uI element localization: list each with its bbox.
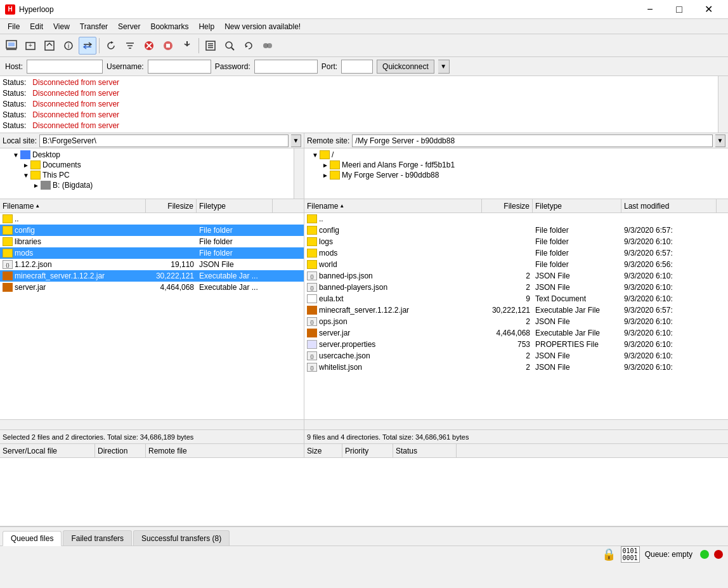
toolbar-disconnect[interactable] bbox=[178, 37, 196, 55]
menu-help[interactable]: Help bbox=[193, 19, 219, 34]
toolbar-toggle-transfer[interactable] bbox=[79, 37, 96, 55]
toolbar-btn-3[interactable] bbox=[41, 37, 58, 55]
password-input[interactable] bbox=[254, 60, 318, 74]
menu-file[interactable]: File bbox=[3, 19, 25, 34]
port-input[interactable] bbox=[341, 60, 373, 74]
remote-file-row[interactable]: server.properties753PROPERTIES File9/3/2… bbox=[304, 339, 728, 350]
menu-server[interactable]: Server bbox=[113, 19, 145, 34]
toolbar-site-manager[interactable] bbox=[3, 37, 20, 55]
local-file-row[interactable]: modsFile folder bbox=[0, 247, 304, 259]
remote-file-row[interactable]: configFile folder9/3/2020 6:57: bbox=[304, 225, 728, 236]
toolbar-filter[interactable] bbox=[121, 37, 139, 55]
toolbar-refresh[interactable] bbox=[102, 37, 120, 55]
remote-file-name: .. bbox=[304, 213, 482, 225]
tree-item-myforge[interactable]: ► My Forge Server - b90ddb88 bbox=[306, 170, 727, 180]
tree-item-bigdata[interactable]: ► B: (Bigdata) bbox=[1, 180, 302, 190]
queue-col-size[interactable]: Size bbox=[304, 444, 342, 457]
tree-item-thispc[interactable]: ▼ This PC bbox=[1, 170, 302, 180]
local-file-row[interactable]: minecraft_server.1.12.2.jar30,222,121Exe… bbox=[0, 270, 304, 282]
remote-file-row[interactable]: worldFile folder9/3/2020 6:56: bbox=[304, 259, 728, 270]
username-input[interactable] bbox=[148, 60, 211, 74]
tab-queued-files[interactable]: Queued files bbox=[3, 531, 62, 546]
remote-file-row[interactable]: .. bbox=[304, 213, 728, 225]
menu-transfer[interactable]: Transfer bbox=[75, 19, 113, 34]
host-input[interactable] bbox=[27, 60, 103, 74]
tab-successful-transfers[interactable]: Successful transfers (8) bbox=[133, 530, 230, 546]
toolbar-stop[interactable] bbox=[159, 37, 177, 55]
remote-file-row[interactable]: {}usercache.json2JSON File9/3/2020 6:10: bbox=[304, 350, 728, 362]
local-tree-scrollbar[interactable] bbox=[294, 148, 304, 199]
app-icon: H bbox=[5, 4, 15, 15]
remote-site-label: Remote site: bbox=[307, 136, 349, 145]
remote-file-type: Text Document bbox=[533, 293, 621, 304]
remote-file-row[interactable]: {}whitelist.json2JSON File9/3/2020 6:10: bbox=[304, 362, 728, 373]
remote-file-row[interactable]: logsFile folder9/3/2020 6:10: bbox=[304, 236, 728, 247]
remote-col-filetype[interactable]: Filetype bbox=[533, 199, 621, 212]
myforge-folder-icon bbox=[330, 171, 340, 180]
tree-toggle-bigdata[interactable]: ► bbox=[32, 182, 41, 189]
maximize-button[interactable]: □ bbox=[665, 0, 694, 19]
remote-file-row[interactable]: minecraft_server.1.12.2.jar30,222,121Exe… bbox=[304, 304, 728, 316]
toolbar-new-tab[interactable]: + bbox=[22, 37, 39, 55]
local-col-filesize[interactable]: Filesize bbox=[146, 199, 197, 212]
tree-item-meeri[interactable]: ► Meeri and Alans Forge - fdf5b1b1 bbox=[306, 160, 727, 170]
remote-file-row[interactable]: modsFile folder9/3/2020 6:57: bbox=[304, 247, 728, 259]
local-address-dropdown[interactable]: ▼ bbox=[291, 134, 301, 147]
local-file-row[interactable]: .. bbox=[0, 213, 304, 225]
remote-address-input[interactable] bbox=[352, 134, 713, 147]
local-hscroll[interactable] bbox=[0, 419, 304, 429]
toolbar-cancel[interactable] bbox=[140, 37, 158, 55]
tree-toggle-myforge[interactable]: ► bbox=[321, 172, 330, 179]
remote-address-dropdown[interactable]: ▼ bbox=[715, 134, 725, 147]
local-file-row[interactable]: librariesFile folder bbox=[0, 236, 304, 247]
quickconnect-button[interactable]: Quickconnect bbox=[377, 60, 434, 74]
tree-toggle-desktop[interactable]: ▼ bbox=[11, 152, 20, 159]
sort-arrow-filename: ▲ bbox=[35, 203, 40, 209]
remote-hscroll[interactable] bbox=[304, 419, 728, 429]
local-file-row[interactable]: server.jar4,464,068Executable Jar ... bbox=[0, 282, 304, 293]
tree-label-documents: Documents bbox=[42, 160, 81, 169]
queue-col-status[interactable]: Status bbox=[393, 444, 457, 457]
toolbar-queue-manager[interactable] bbox=[202, 37, 219, 55]
toolbar-btn-4[interactable]: i bbox=[60, 37, 77, 55]
remote-file-size: 2 bbox=[482, 350, 533, 362]
tree-toggle-thispc[interactable]: ▼ bbox=[22, 172, 30, 179]
thispc-folder-icon bbox=[30, 171, 41, 180]
quickconnect-dropdown[interactable]: ▼ bbox=[438, 60, 450, 74]
status-line: Status: Disconnected from server bbox=[3, 77, 725, 88]
remote-file-row[interactable]: {}banned-ips.json2JSON File9/3/2020 6:10… bbox=[304, 270, 728, 282]
queue-col-remote[interactable]: Remote file bbox=[146, 444, 304, 457]
status-scrollbar[interactable] bbox=[718, 76, 728, 133]
local-address-input[interactable] bbox=[39, 134, 289, 147]
menu-view[interactable]: View bbox=[48, 19, 75, 34]
minimize-button[interactable]: − bbox=[635, 0, 665, 19]
remote-col-modified[interactable]: Last modified bbox=[621, 199, 717, 212]
remote-file-row[interactable]: server.jar4,464,068Executable Jar File9/… bbox=[304, 327, 728, 339]
tree-toggle-meeri[interactable]: ► bbox=[321, 162, 330, 169]
remote-col-filename[interactable]: Filename ▲ bbox=[304, 199, 482, 212]
close-button[interactable]: ✕ bbox=[694, 0, 723, 19]
tree-item-documents[interactable]: ► Documents bbox=[1, 160, 302, 170]
queue-col-server[interactable]: Server/Local file bbox=[0, 444, 95, 457]
local-col-filetype[interactable]: Filetype bbox=[197, 199, 273, 212]
menu-edit[interactable]: Edit bbox=[25, 19, 48, 34]
toolbar-sync[interactable] bbox=[240, 37, 257, 55]
tree-toggle-root[interactable]: ▼ bbox=[311, 152, 320, 159]
tab-failed-transfers[interactable]: Failed transfers bbox=[63, 530, 132, 546]
remote-file-row[interactable]: eula.txt9Text Document9/3/2020 6:10: bbox=[304, 293, 728, 304]
toolbar-search[interactable] bbox=[221, 37, 238, 55]
tree-item-desktop[interactable]: ▼ Desktop bbox=[1, 150, 302, 160]
remote-file-row[interactable]: {}ops.json2JSON File9/3/2020 6:10: bbox=[304, 316, 728, 327]
queue-col-direction[interactable]: Direction bbox=[95, 444, 146, 457]
menu-bookmarks[interactable]: Bookmarks bbox=[145, 19, 193, 34]
local-col-filename[interactable]: Filename ▲ bbox=[0, 199, 146, 212]
tree-toggle-documents[interactable]: ► bbox=[22, 162, 30, 169]
remote-file-row[interactable]: {}banned-players.json2JSON File9/3/2020 … bbox=[304, 282, 728, 293]
local-file-row[interactable]: {}1.12.2.json19,110JSON File bbox=[0, 259, 304, 270]
remote-col-filesize[interactable]: Filesize bbox=[482, 199, 533, 212]
tree-label-root: / bbox=[332, 150, 334, 159]
tree-item-root[interactable]: ▼ / bbox=[306, 150, 727, 160]
toolbar-compare[interactable] bbox=[259, 37, 276, 55]
local-file-row[interactable]: configFile folder bbox=[0, 225, 304, 236]
queue-col-priority[interactable]: Priority bbox=[342, 444, 393, 457]
